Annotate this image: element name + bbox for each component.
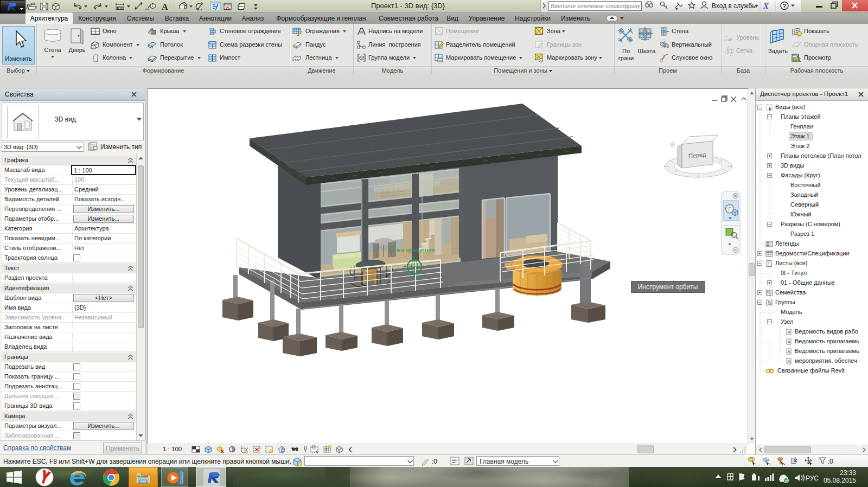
svg-text:A: A	[162, 2, 168, 10]
svg-text:A: A	[788, 359, 791, 364]
svg-text:РУС: РУС	[806, 475, 819, 482]
svg-text:A: A	[788, 330, 791, 335]
svg-text:Точка вращения: Точка вращения	[388, 247, 435, 253]
svg-text:Вход в службы: Вход в службы	[712, 2, 757, 10]
svg-text:A: A	[788, 339, 791, 344]
svg-text:A: A	[788, 349, 791, 354]
svg-text:1: 1	[151, 3, 154, 8]
svg-text::0: :0	[828, 458, 833, 465]
svg-text:X: X	[763, 2, 769, 10]
svg-text:?: ?	[783, 3, 787, 9]
